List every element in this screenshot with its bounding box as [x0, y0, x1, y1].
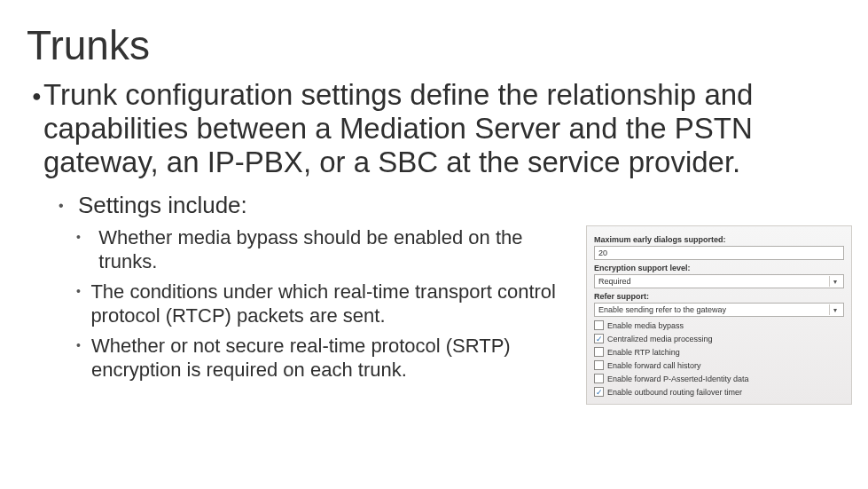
checkbox-row: ✓ Centralized media processing	[594, 334, 844, 343]
encryption-dropdown[interactable]: Required ▾	[594, 274, 844, 288]
settings-detail-list: • Whether media bypass should be enabled…	[76, 225, 573, 383]
main-bullet-text: Trunk configuration settings define the …	[43, 78, 841, 179]
enable-forward-pai-checkbox[interactable]	[594, 374, 604, 383]
refer-support-dropdown[interactable]: Enable sending refer to the gateway ▾	[594, 303, 844, 317]
chevron-down-icon: ▾	[829, 276, 840, 287]
encryption-value: Required	[598, 277, 631, 286]
checkbox-label: Enable outbound routing failover timer	[607, 388, 742, 397]
enable-rtp-latching-checkbox[interactable]	[594, 347, 604, 357]
chevron-down-icon: ▾	[829, 304, 840, 315]
centralized-media-checkbox[interactable]: ✓	[594, 334, 604, 343]
bullet-marker: •	[76, 280, 90, 303]
bullet-marker: •	[76, 225, 98, 248]
refer-support-label: Refer support:	[594, 292, 844, 301]
refer-support-value: Enable sending refer to the gateway	[598, 305, 726, 314]
encryption-label: Encryption support level:	[594, 264, 844, 272]
main-bullet-row: ● Trunk configuration settings define th…	[27, 78, 841, 179]
settings-heading-row: • Settings include:	[59, 192, 841, 220]
checkbox-row: ✓ Enable outbound routing failover timer	[594, 387, 844, 397]
list-item: • Whether media bypass should be enabled…	[76, 225, 573, 274]
trunk-settings-panel: Maximum early dialogs supported: 20 Encr…	[586, 225, 852, 405]
list-item: • Whether or not secure real-time protoc…	[76, 334, 573, 383]
max-dialogs-value: 20	[598, 248, 607, 257]
slide-title: Trunks	[27, 21, 841, 69]
list-item: • The conditions under which real-time t…	[76, 280, 573, 328]
enable-media-bypass-checkbox[interactable]	[594, 320, 604, 330]
checkbox-row: Enable forward P-Asserted-Identity data	[594, 374, 844, 383]
checkbox-label: Centralized media processing	[607, 335, 713, 343]
max-dialogs-input[interactable]: 20	[594, 246, 844, 260]
checkbox-label: Enable media bypass	[607, 321, 684, 330]
slide: Trunks ● Trunk configuration settings de…	[0, 0, 868, 489]
enable-outbound-failover-checkbox[interactable]: ✓	[594, 387, 604, 397]
checkbox-label: Enable RTP latching	[607, 348, 680, 357]
bullet-marker: •	[76, 334, 91, 357]
bullet-marker: ●	[27, 78, 43, 114]
list-item-text: The conditions under which real-time tra…	[90, 280, 573, 328]
max-dialogs-label: Maximum early dialogs supported:	[594, 235, 844, 244]
checkbox-row: Enable media bypass	[594, 320, 844, 330]
checkbox-row: Enable forward call history	[594, 360, 844, 370]
settings-include-label: Settings include:	[78, 192, 247, 219]
checkbox-row: Enable RTP latching	[594, 347, 844, 357]
list-item-text: Whether media bypass should be enabled o…	[98, 225, 573, 274]
enable-forward-call-history-checkbox[interactable]	[594, 360, 604, 370]
checkbox-label: Enable forward call history	[607, 361, 701, 370]
list-item-text: Whether or not secure real-time protocol…	[91, 334, 573, 383]
checkbox-label: Enable forward P-Asserted-Identity data	[607, 375, 749, 383]
bullet-marker: •	[59, 192, 78, 220]
